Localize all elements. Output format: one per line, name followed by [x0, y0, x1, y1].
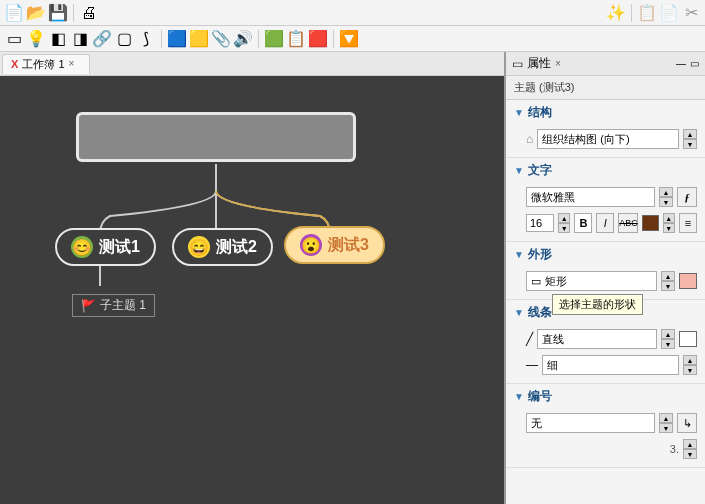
weight-icon: — — [526, 358, 538, 372]
smile-green-icon: 😊 — [71, 236, 93, 258]
copy-icon[interactable]: 📋 — [637, 3, 657, 23]
topic-label: 测试1 — [99, 237, 140, 258]
line-icon: ╱ — [526, 332, 533, 346]
line-weight-select[interactable]: 细 — [542, 355, 679, 375]
child-topic-3-selected[interactable]: 😮 测试3 — [284, 226, 385, 264]
structure-icon: ⌂ — [526, 132, 533, 146]
bulb-icon[interactable]: 💡 — [26, 29, 46, 49]
italic-button[interactable]: I — [596, 213, 614, 233]
workbook-tab[interactable]: X 工作簿 1 × — [2, 54, 90, 74]
float-icon[interactable]: ◨ — [70, 29, 90, 49]
collapse-arrow-icon: ▼ — [514, 307, 524, 318]
strike-button[interactable]: ABC — [618, 213, 638, 233]
separator — [333, 30, 334, 48]
boundary-icon[interactable]: ▢ — [114, 29, 134, 49]
separator — [258, 30, 259, 48]
line-style-select[interactable]: 直线 — [537, 329, 657, 349]
mindmap-canvas[interactable]: 😊 测试1 😄 测试2 😮 测试3 🚩 子主题 1 — [0, 76, 504, 504]
shape-value: 矩形 — [545, 274, 567, 289]
panel-icon: ▭ — [512, 57, 523, 71]
root-topic[interactable] — [76, 112, 356, 162]
spinner[interactable]: ▲▼ — [663, 213, 675, 233]
spinner[interactable]: ▲▼ — [558, 213, 570, 233]
flag-icon: 🚩 — [81, 299, 96, 313]
label1-icon[interactable]: 🟦 — [167, 29, 187, 49]
xmind-icon: X — [11, 58, 18, 70]
node-icon[interactable]: ▭ — [4, 29, 24, 49]
wand-icon[interactable]: ✨ — [606, 3, 626, 23]
topic-label: 测试2 — [216, 237, 257, 258]
red-icon[interactable]: 🟥 — [308, 29, 328, 49]
structure-select[interactable]: 组织结构图 (向下) — [537, 129, 679, 149]
rect-icon: ▭ — [531, 275, 541, 288]
collapse-arrow-icon: ▼ — [514, 391, 524, 402]
separator — [161, 30, 162, 48]
text-color-swatch[interactable] — [642, 215, 658, 231]
spinner[interactable]: ▲▼ — [659, 413, 673, 433]
save-icon[interactable]: 💾 — [48, 3, 68, 23]
collapse-arrow-icon: ▼ — [514, 107, 524, 118]
tab-label: 工作簿 1 — [22, 57, 64, 72]
line-color-swatch[interactable] — [679, 331, 697, 347]
collapse-arrow-icon: ▼ — [514, 165, 524, 176]
number-format-button[interactable]: ↳ — [677, 413, 697, 433]
align-button[interactable]: ≡ — [679, 213, 697, 233]
section-title: 线条 — [528, 304, 552, 321]
line-weight-value: 细 — [547, 358, 558, 373]
new-icon[interactable]: 📄 — [4, 3, 24, 23]
summary-icon[interactable]: ⟆ — [136, 29, 156, 49]
close-icon[interactable]: × — [69, 58, 81, 70]
child-topic-2[interactable]: 😄 测试2 — [172, 228, 273, 266]
smile-yellow-icon: 😄 — [188, 236, 210, 258]
bold-button[interactable]: B — [574, 213, 592, 233]
restore-icon[interactable]: ▭ — [690, 58, 699, 69]
structure-value: 组织结构图 (向下) — [542, 132, 629, 147]
font-size-input[interactable] — [526, 214, 554, 232]
cut-icon[interactable]: ✂ — [681, 3, 701, 23]
shape-select[interactable]: ▭ 矩形 — [526, 271, 657, 291]
spinner[interactable]: ▲▼ — [659, 187, 673, 207]
drill-icon[interactable]: 🔽 — [339, 29, 359, 49]
spinner[interactable]: ▲▼ — [661, 329, 675, 349]
relation-icon[interactable]: 🔗 — [92, 29, 112, 49]
child-topic-1[interactable]: 😊 测试1 — [55, 228, 156, 266]
child-icon[interactable]: ◧ — [48, 29, 68, 49]
section-structure[interactable]: ▼ 结构 — [506, 100, 705, 125]
toolbar-row-2: ▭ 💡 ◧ ◨ 🔗 ▢ ⟆ 🟦 🟨 📎 🔊 🟩 📋 🟥 🔽 — [0, 26, 705, 52]
sheet-icon[interactable]: 📋 — [286, 29, 306, 49]
section-number[interactable]: ▼ 编号 — [506, 384, 705, 409]
section-text[interactable]: ▼ 文字 — [506, 158, 705, 183]
shape-tooltip: 选择主题的形状 — [552, 294, 643, 315]
open-icon[interactable]: 📂 — [26, 3, 46, 23]
panel-title: 属性 — [527, 55, 551, 72]
sub-topic-1[interactable]: 🚩 子主题 1 — [72, 294, 155, 317]
surprised-purple-icon: 😮 — [300, 234, 322, 256]
topic-label: 测试3 — [328, 235, 369, 256]
depth-label: 3. — [670, 443, 679, 455]
collapse-arrow-icon: ▼ — [514, 249, 524, 260]
line-style-value: 直线 — [542, 332, 564, 347]
section-title: 文字 — [528, 162, 552, 179]
audio-icon[interactable]: 🔊 — [233, 29, 253, 49]
number-select[interactable]: 无 — [526, 413, 655, 433]
paste-icon[interactable]: 📄 — [659, 3, 679, 23]
spinner[interactable]: ▲▼ — [661, 271, 675, 291]
label2-icon[interactable]: 🟨 — [189, 29, 209, 49]
panel-header: ▭ 属性 × — ▭ — [506, 52, 705, 76]
shape-color-swatch[interactable] — [679, 273, 697, 289]
font-select[interactable]: 微软雅黑 — [526, 187, 655, 207]
attach-icon[interactable]: 📎 — [211, 29, 231, 49]
minimize-icon[interactable]: — — [676, 58, 686, 69]
spinner[interactable]: ▲▼ — [683, 129, 697, 149]
green-icon[interactable]: 🟩 — [264, 29, 284, 49]
spinner[interactable]: ▲▼ — [683, 439, 697, 459]
section-shape[interactable]: ▼ 外形 — [506, 242, 705, 267]
section-title: 编号 — [528, 388, 552, 405]
print-icon[interactable]: 🖨 — [79, 3, 99, 23]
section-title: 结构 — [528, 104, 552, 121]
properties-panel: ▭ 属性 × — ▭ 主题 (测试3) ▼ 结构 ⌂ 组织结构图 (向下) ▲▼ — [505, 52, 705, 504]
close-icon[interactable]: × — [555, 58, 567, 70]
spinner[interactable]: ▲▼ — [683, 355, 697, 375]
font-style-button[interactable]: ƒ — [677, 187, 697, 207]
toolbar-row-1: 📄 📂 💾 🖨 ✨ 📋 📄 ✂ — [0, 0, 705, 26]
